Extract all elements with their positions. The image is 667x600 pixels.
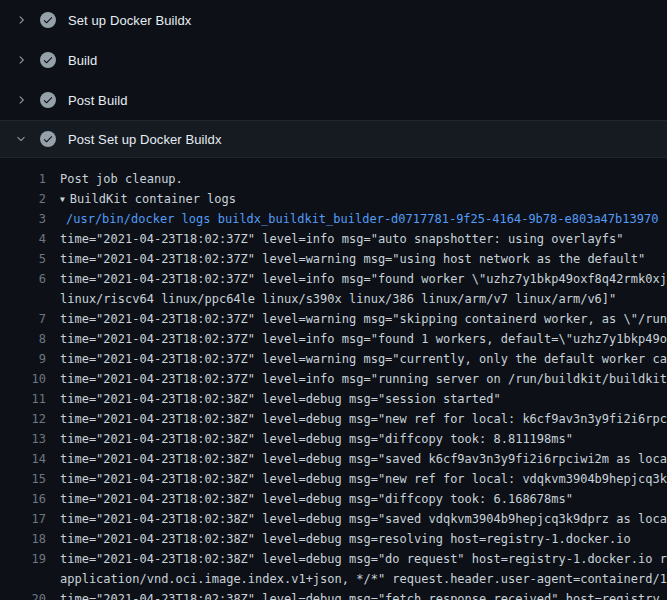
log-text: time="2021-04-23T18:02:37Z" level=info m… xyxy=(60,269,667,289)
log-command-text: /usr/bin/docker logs buildx_buildkit_bui… xyxy=(60,209,667,229)
chevron-down-icon xyxy=(14,132,28,146)
chevron-right-icon xyxy=(14,93,28,107)
log-line: 5time="2021-04-23T18:02:37Z" level=warni… xyxy=(0,249,667,269)
log-output: 1Post job cleanup.2▼BuildKit container l… xyxy=(0,158,667,600)
step-sections: Set up Docker BuildxBuildPost BuildPost … xyxy=(0,0,667,600)
line-number[interactable]: 20 xyxy=(0,589,46,600)
log-line: linux/riscv64 linux/ppc64le linux/s390x … xyxy=(0,289,667,309)
log-line: 1Post job cleanup. xyxy=(0,169,667,189)
log-text: time="2021-04-23T18:02:38Z" level=debug … xyxy=(60,449,667,469)
log-text: time="2021-04-23T18:02:37Z" level=info m… xyxy=(60,369,667,389)
line-number[interactable]: 14 xyxy=(0,449,46,469)
step-header-set-up-docker-buildx[interactable]: Set up Docker Buildx xyxy=(0,0,667,40)
log-line: 10time="2021-04-23T18:02:37Z" level=info… xyxy=(0,369,667,389)
log-line: application/vnd.oci.image.index.v1+json,… xyxy=(0,569,667,589)
log-text: time="2021-04-23T18:02:38Z" level=debug … xyxy=(60,549,667,569)
log-line: 14time="2021-04-23T18:02:38Z" level=debu… xyxy=(0,449,667,469)
line-number[interactable]: 19 xyxy=(0,549,46,569)
log-text: time="2021-04-23T18:02:38Z" level=debug … xyxy=(60,389,667,409)
log-line: 9time="2021-04-23T18:02:37Z" level=warni… xyxy=(0,349,667,369)
line-number[interactable]: 6 xyxy=(0,269,46,289)
line-number[interactable]: 5 xyxy=(0,249,46,269)
line-number[interactable]: 12 xyxy=(0,409,46,429)
step-name: Set up Docker Buildx xyxy=(68,13,191,28)
chevron-right-icon xyxy=(14,53,28,67)
log-group-toggle[interactable]: ▼BuildKit container logs xyxy=(60,189,667,209)
line-number[interactable]: 1 xyxy=(0,169,46,189)
check-circle-icon xyxy=(40,131,56,147)
log-line: 17time="2021-04-23T18:02:38Z" level=debu… xyxy=(0,509,667,529)
line-number[interactable]: 13 xyxy=(0,429,46,449)
log-line: 18time="2021-04-23T18:02:38Z" level=debu… xyxy=(0,529,667,549)
log-text: time="2021-04-23T18:02:38Z" level=debug … xyxy=(60,529,667,549)
log-line: 3/usr/bin/docker logs buildx_buildkit_bu… xyxy=(0,209,667,229)
log-line: 20time="2021-04-23T18:02:38Z" level=debu… xyxy=(0,589,667,600)
line-number xyxy=(0,289,46,309)
line-number xyxy=(0,569,46,589)
line-number[interactable]: 10 xyxy=(0,369,46,389)
log-line: 11time="2021-04-23T18:02:38Z" level=debu… xyxy=(0,389,667,409)
line-number[interactable]: 2 xyxy=(0,189,46,209)
log-text: time="2021-04-23T18:02:38Z" level=debug … xyxy=(60,589,667,600)
check-circle-icon xyxy=(40,12,56,28)
log-text: application/vnd.oci.image.index.v1+json,… xyxy=(60,569,667,589)
line-number[interactable]: 4 xyxy=(0,229,46,249)
line-number[interactable]: 8 xyxy=(0,329,46,349)
line-number[interactable]: 15 xyxy=(0,469,46,489)
chevron-right-icon xyxy=(14,13,28,27)
log-line: 13time="2021-04-23T18:02:38Z" level=debu… xyxy=(0,429,667,449)
log-text: time="2021-04-23T18:02:37Z" level=warnin… xyxy=(60,309,667,329)
log-text: linux/riscv64 linux/ppc64le linux/s390x … xyxy=(60,289,667,309)
log-line: 2▼BuildKit container logs xyxy=(0,189,667,209)
log-text: time="2021-04-23T18:02:37Z" level=warnin… xyxy=(60,349,667,369)
log-line: 12time="2021-04-23T18:02:38Z" level=debu… xyxy=(0,409,667,429)
group-expanded-icon: ▼ xyxy=(60,190,65,209)
log-text: time="2021-04-23T18:02:38Z" level=debug … xyxy=(60,509,667,529)
log-text: time="2021-04-23T18:02:38Z" level=debug … xyxy=(60,489,667,509)
line-number[interactable]: 16 xyxy=(0,489,46,509)
step-name: Post Set up Docker Buildx xyxy=(68,132,222,147)
line-number[interactable]: 17 xyxy=(0,509,46,529)
log-line: 19time="2021-04-23T18:02:38Z" level=debu… xyxy=(0,549,667,569)
check-circle-icon xyxy=(40,52,56,68)
log-line: 7time="2021-04-23T18:02:37Z" level=warni… xyxy=(0,309,667,329)
step-header-post-build[interactable]: Post Build xyxy=(0,80,667,120)
log-text: Post job cleanup. xyxy=(60,169,667,189)
step-header-post-set-up-docker-buildx[interactable]: Post Set up Docker Buildx xyxy=(0,120,667,158)
line-number[interactable]: 7 xyxy=(0,309,46,329)
log-text: time="2021-04-23T18:02:37Z" level=info m… xyxy=(60,229,667,249)
log-text: time="2021-04-23T18:02:38Z" level=debug … xyxy=(60,429,667,449)
step-name: Post Build xyxy=(68,93,128,108)
log-text: time="2021-04-23T18:02:37Z" level=info m… xyxy=(60,329,667,349)
log-line: 8time="2021-04-23T18:02:37Z" level=info … xyxy=(0,329,667,349)
line-number[interactable]: 9 xyxy=(0,349,46,369)
step-header-build[interactable]: Build xyxy=(0,40,667,80)
log-line: 16time="2021-04-23T18:02:38Z" level=debu… xyxy=(0,489,667,509)
log-line: 4time="2021-04-23T18:02:37Z" level=info … xyxy=(0,229,667,249)
log-line: 6time="2021-04-23T18:02:37Z" level=info … xyxy=(0,269,667,289)
check-circle-icon xyxy=(40,92,56,108)
log-text: time="2021-04-23T18:02:38Z" level=debug … xyxy=(60,469,667,489)
log-text: time="2021-04-23T18:02:38Z" level=debug … xyxy=(60,409,667,429)
step-name: Build xyxy=(68,53,97,68)
workflow-log-viewer: Set up Docker BuildxBuildPost BuildPost … xyxy=(0,0,667,600)
log-line: 15time="2021-04-23T18:02:38Z" level=debu… xyxy=(0,469,667,489)
log-text: time="2021-04-23T18:02:37Z" level=warnin… xyxy=(60,249,667,269)
line-number[interactable]: 18 xyxy=(0,529,46,549)
line-number[interactable]: 3 xyxy=(0,209,46,229)
line-number[interactable]: 11 xyxy=(0,389,46,409)
